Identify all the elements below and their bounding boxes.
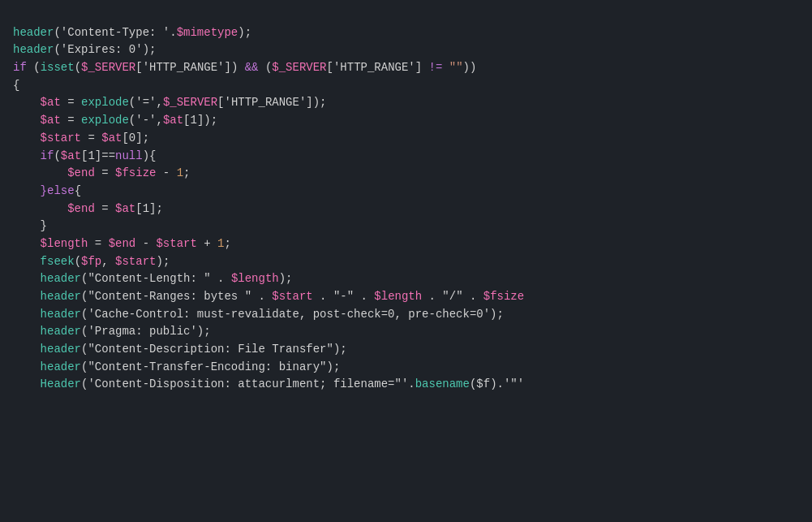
code-token: ( xyxy=(27,61,41,74)
code-token: if xyxy=(41,149,54,162)
code-token: } xyxy=(13,219,47,232)
code-token: ('Expires: 0'); xyxy=(54,43,156,56)
code-token: ('-', xyxy=(129,114,163,127)
code-token: header xyxy=(41,308,81,321)
code-line: $at = explode('-',$at[1]); xyxy=(13,112,799,130)
code-token: $_SERVER xyxy=(272,61,326,74)
code-token: $at xyxy=(41,114,61,127)
code-token: - xyxy=(135,237,156,250)
code-token: fseek xyxy=(41,255,75,268)
code-token: ['HTTP_RANGE']); xyxy=(217,96,326,109)
code-line: if (isset($_SERVER['HTTP_RANGE']) && ($_… xyxy=(13,59,799,77)
code-line: } xyxy=(13,218,799,235)
code-token: ("Content-Ranges: bytes " . xyxy=(81,290,272,303)
code-token xyxy=(442,61,449,74)
code-line: header("Content-Ranges: bytes " . $start… xyxy=(13,288,799,306)
code-line: $length = $end - $start + 1; xyxy=(13,235,799,253)
code-token: = xyxy=(95,202,115,215)
code-token: ('Content-Type: '. xyxy=(54,26,176,39)
code-token: header xyxy=(41,290,81,303)
code-token: && xyxy=(245,61,259,74)
code-token: ('Cache-Control: must-revalidate, post-c… xyxy=(81,308,504,321)
code-token xyxy=(13,360,41,373)
code-editor: header('Content-Type: '.$mimetype);heade… xyxy=(0,0,812,400)
code-token: ("Content-Transfer-Encoding: binary"); xyxy=(81,360,340,373)
code-token: ); xyxy=(156,255,170,268)
code-line: $at = explode('=',$_SERVER['HTTP_RANGE']… xyxy=(13,94,799,112)
code-token: = xyxy=(95,166,115,179)
code-token xyxy=(13,290,41,303)
code-token xyxy=(13,96,41,109)
code-line: header('Content-Type: '.$mimetype); xyxy=(13,24,799,42)
code-line: header("Content-Length: " . $length); xyxy=(13,270,799,288)
code-line: header('Pragma: public'); xyxy=(13,323,799,341)
code-token: if xyxy=(13,61,27,74)
code-token xyxy=(13,308,41,321)
code-token xyxy=(13,325,41,338)
code-token: $at xyxy=(41,96,61,109)
code-token: $start xyxy=(115,255,156,268)
code-token: = xyxy=(81,132,101,145)
code-token: ( xyxy=(54,149,60,162)
code-token xyxy=(13,132,41,145)
code-token: $start xyxy=(41,132,81,145)
code-token: = xyxy=(88,237,108,250)
code-token: [1]== xyxy=(81,149,115,162)
code-line: header('Expires: 0'); xyxy=(13,41,799,59)
code-token: . "-" . xyxy=(313,290,375,303)
code-token: ('Pragma: public'); xyxy=(81,325,211,338)
code-token: 1 xyxy=(177,166,183,179)
code-token: ($f).'" xyxy=(470,377,518,390)
code-token: ('=', xyxy=(129,96,163,109)
code-token: isset xyxy=(41,61,75,74)
code-token: header xyxy=(41,360,81,373)
code-token: $fsize xyxy=(483,290,524,303)
code-token: = xyxy=(61,114,81,127)
code-token: ; xyxy=(225,237,231,250)
code-token: [0]; xyxy=(122,132,149,145)
code-token: ){ xyxy=(143,149,157,162)
code-token xyxy=(13,377,41,390)
code-line: $start = $at[0]; xyxy=(13,130,799,148)
code-line: header('Cache-Control: must-revalidate, … xyxy=(13,306,799,324)
code-line: $end = $fsize - 1; xyxy=(13,165,799,183)
code-token xyxy=(13,237,41,250)
code-token: $end xyxy=(67,166,95,179)
code-token xyxy=(13,202,67,215)
code-line: { xyxy=(13,77,799,95)
code-token: header xyxy=(41,325,81,338)
code-token: $fp xyxy=(81,255,101,268)
code-token: $_SERVER xyxy=(163,96,217,109)
code-token: ); xyxy=(279,272,293,285)
code-token: ; xyxy=(183,166,190,179)
code-token: . "/" . xyxy=(422,290,483,303)
code-line: $end = $at[1]; xyxy=(13,201,799,218)
code-token: "" xyxy=(449,61,463,74)
code-token: header xyxy=(41,272,81,285)
code-token xyxy=(13,255,41,268)
code-line: if($at[1]==null){ xyxy=(13,148,799,166)
code-line: header("Content-Transfer-Encoding: binar… xyxy=(13,359,799,377)
code-token: $at xyxy=(163,114,183,127)
code-token: $at xyxy=(61,149,81,162)
code-token: } xyxy=(41,184,47,197)
code-token: - xyxy=(156,166,176,179)
code-token: [1]; xyxy=(135,202,163,215)
code-token xyxy=(13,272,41,285)
code-token: $length xyxy=(41,237,88,250)
code-token: ("Content-Length: " . xyxy=(81,272,231,285)
code-token: = xyxy=(61,96,81,109)
code-line: }else{ xyxy=(13,183,799,201)
code-token: header xyxy=(13,43,54,56)
code-token: $mimetype xyxy=(177,26,238,39)
code-token: ' xyxy=(518,377,524,390)
code-token: header xyxy=(13,26,54,39)
code-line: fseek($fp, $start); xyxy=(13,253,799,271)
code-token: , xyxy=(101,255,115,268)
code-token xyxy=(13,184,41,197)
code-token: ('Content-Disposition: attacurlment; fil… xyxy=(81,377,415,390)
code-line: header("Content-Description: File Transf… xyxy=(13,341,799,359)
code-line: Header('Content-Disposition: attacurlmen… xyxy=(13,376,799,394)
code-token: $at xyxy=(101,132,122,145)
code-token: basename xyxy=(415,377,470,390)
